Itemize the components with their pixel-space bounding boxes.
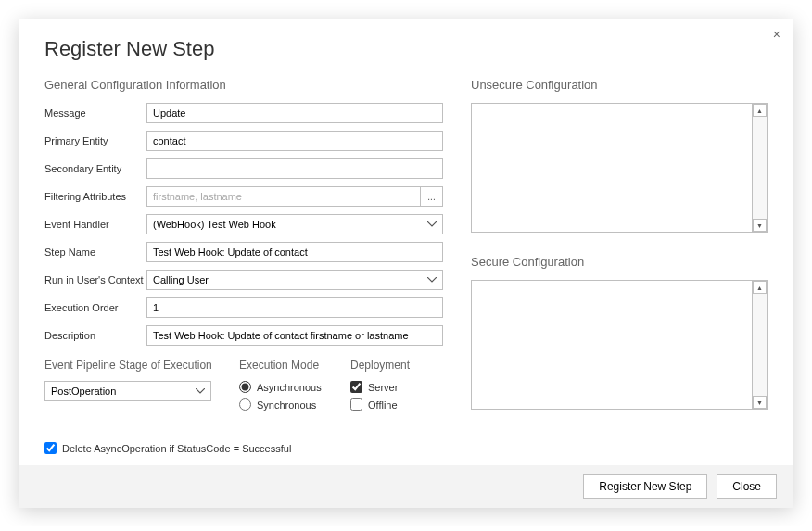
execution-order-input[interactable] — [146, 297, 443, 318]
message-input[interactable] — [146, 103, 443, 123]
asynchronous-radio[interactable] — [239, 381, 251, 393]
offline-checkbox-label: Offline — [368, 399, 398, 411]
pipeline-stage-select[interactable]: PostOperation — [44, 381, 211, 401]
register-step-dialog: × Register New Step General Configuratio… — [19, 19, 793, 508]
description-input[interactable] — [146, 325, 443, 346]
general-config-label: General Configuration Information — [44, 78, 443, 92]
event-handler-select[interactable]: (WebHook) Test Web Hook — [146, 214, 443, 234]
secure-config-textarea[interactable] — [472, 281, 752, 409]
close-button[interactable]: Close — [717, 474, 777, 499]
deployment-label: Deployment — [350, 359, 443, 372]
message-label: Message — [44, 107, 146, 119]
synchronous-radio-label: Synchronous — [257, 399, 316, 411]
filtering-attributes-input[interactable] — [146, 186, 421, 207]
unsecure-scrollbar: ▲ ▼ — [752, 104, 767, 232]
execution-order-label: Execution Order — [44, 302, 146, 313]
secure-config-label: Secure Configuration — [471, 255, 768, 269]
unsecure-scroll-up-icon[interactable]: ▲ — [753, 104, 767, 117]
dialog-footer: Register New Step Close — [19, 465, 793, 508]
primary-entity-label: Primary Entity — [44, 135, 146, 146]
run-in-context-label: Run in User's Context — [44, 274, 146, 285]
delete-async-checkbox[interactable] — [44, 442, 57, 454]
unsecure-config-box: ▲ ▼ — [471, 103, 768, 233]
asynchronous-radio-label: Asynchronous — [257, 382, 322, 393]
secondary-entity-input[interactable] — [146, 158, 443, 179]
event-handler-label: Event Handler — [44, 219, 146, 230]
dialog-title: Register New Step — [44, 37, 768, 61]
server-checkbox-label: Server — [368, 382, 398, 393]
delete-async-label: Delete AsyncOperation if StatusCode = Su… — [62, 443, 291, 454]
offline-checkbox[interactable] — [350, 398, 362, 411]
filtering-attributes-label: Filtering Attributes — [44, 191, 146, 202]
synchronous-radio[interactable] — [239, 398, 251, 411]
dialog-body: Register New Step General Configuration … — [19, 19, 793, 465]
primary-entity-input[interactable] — [146, 131, 443, 151]
filtering-attributes-browse-button[interactable]: ... — [421, 186, 443, 207]
right-column: Unsecure Configuration ▲ ▼ Secure Config… — [471, 78, 768, 454]
unsecure-config-textarea[interactable] — [472, 104, 752, 232]
secure-config-box: ▲ ▼ — [471, 280, 768, 410]
unsecure-scroll-down-icon[interactable]: ▼ — [753, 219, 767, 232]
execution-mode-label: Execution Mode — [239, 359, 332, 372]
register-new-step-button[interactable]: Register New Step — [583, 474, 707, 499]
secure-scrollbar: ▲ ▼ — [752, 281, 767, 409]
description-label: Description — [44, 330, 146, 341]
close-icon[interactable]: × — [773, 28, 780, 41]
secure-scroll-down-icon[interactable]: ▼ — [753, 396, 767, 409]
left-column: General Configuration Information Messag… — [44, 78, 443, 454]
step-name-input[interactable] — [146, 242, 443, 262]
run-in-context-select[interactable]: Calling User — [146, 270, 443, 290]
server-checkbox[interactable] — [350, 381, 362, 393]
unsecure-config-label: Unsecure Configuration — [471, 78, 768, 92]
secondary-entity-label: Secondary Entity — [44, 163, 146, 174]
pipeline-stage-label: Event Pipeline Stage of Execution — [44, 359, 221, 372]
secure-scroll-up-icon[interactable]: ▲ — [753, 281, 767, 294]
step-name-label: Step Name — [44, 247, 146, 258]
